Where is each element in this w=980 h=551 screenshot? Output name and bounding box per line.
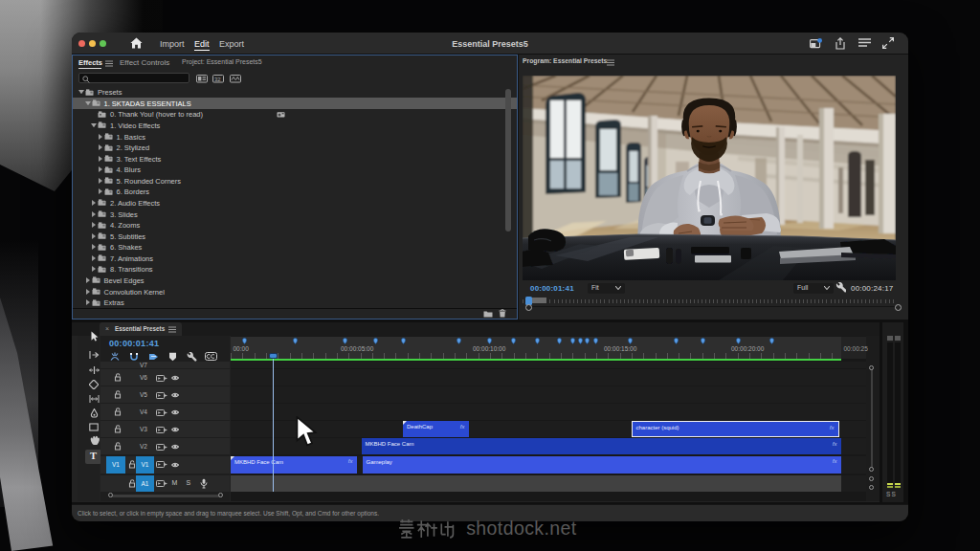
svg-text:32: 32 [214,76,221,81]
